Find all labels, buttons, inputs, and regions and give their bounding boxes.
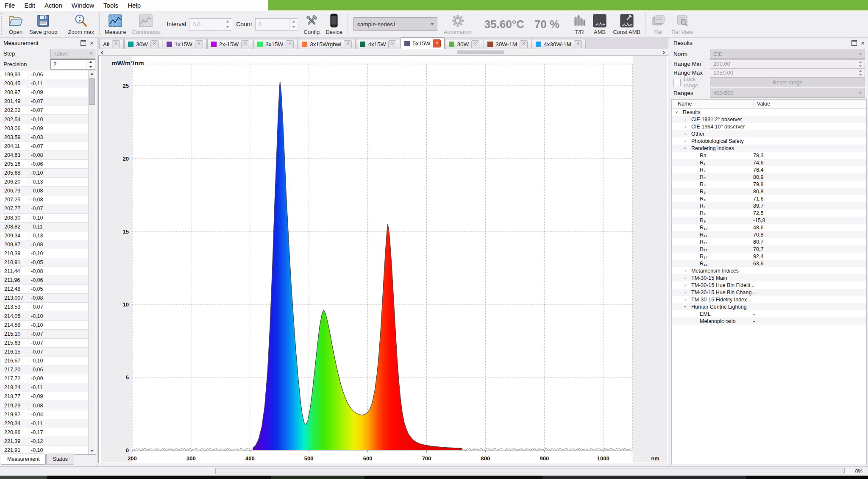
tree-row-metamerism-indices[interactable]: ›Metamerism Indices <box>672 267 866 274</box>
reset-range-button[interactable]: Reset range <box>710 77 865 87</box>
expand-icon[interactable]: › <box>683 289 688 295</box>
value-column-header[interactable]: Value <box>754 100 866 108</box>
tree-row-r-[interactable]: R₇89,7 <box>672 202 866 209</box>
tree-row-photobiological-safety[interactable]: ›Photobiological Safety <box>672 137 866 145</box>
tree-row-r-[interactable]: R₈72,5 <box>672 209 866 217</box>
svg-text:25: 25 <box>123 83 129 89</box>
tree-row-r-[interactable]: R₄79,8 <box>672 181 866 188</box>
tree-node-label: TM-30-15 Main <box>691 275 727 281</box>
tree-row-eml[interactable]: EML- <box>672 310 866 317</box>
collapse-icon[interactable]: › <box>682 146 689 151</box>
range-max-value: 1050,00 <box>710 70 733 76</box>
tree-node-label: Melanopic ratio <box>700 318 736 324</box>
lock-range-label: Lock range <box>684 76 710 89</box>
tree-node-value: 48,6 <box>753 225 763 231</box>
lock-range-checkbox[interactable] <box>673 79 681 86</box>
tree-node-label: CIE 1964 10° observer <box>691 124 745 130</box>
tree-node-value: 70,7 <box>753 246 763 252</box>
svg-text:700: 700 <box>422 455 431 462</box>
dataset-tab-5x15w[interactable]: 5x15W× <box>401 37 445 49</box>
svg-text:1000: 1000 <box>597 455 609 462</box>
norm-label: Norm <box>673 51 710 57</box>
tree-node-value: 63,6 <box>753 261 763 267</box>
tree-row-r-[interactable]: R₁74,6 <box>672 159 866 166</box>
norm-combobox[interactable]: CIE <box>710 49 865 59</box>
tree-node-value: 80,8 <box>753 189 763 195</box>
tree-node-label: R₆ <box>700 196 706 202</box>
tree-row-r-[interactable]: R₁₃70,7 <box>672 245 866 253</box>
name-column-header[interactable]: Name <box>672 100 754 108</box>
tree-node-label: EML <box>700 311 711 317</box>
range-min-value: 200,00 <box>710 61 730 67</box>
svg-text:800: 800 <box>481 455 490 462</box>
tree-row-human-centric-lighting[interactable]: ›Human Centric Lighting <box>672 303 866 310</box>
results-panel-title: Results <box>670 40 851 46</box>
tree-row-ra[interactable]: Ra78,3 <box>672 152 866 159</box>
expand-icon[interactable]: › <box>683 282 688 288</box>
tree-row-rendering-indices[interactable]: ›Rendering Indices <box>672 145 866 152</box>
tree-row-melanopic-ratio[interactable]: Melanopic ratio- <box>672 317 866 325</box>
ranges-label: Ranges <box>673 90 710 96</box>
tree-row-r-[interactable]: R₁₅63,6 <box>672 260 866 267</box>
results-panel: Results × Norm CIE Range Min 200,00 Rang… <box>670 38 868 466</box>
expand-icon[interactable]: › <box>683 138 688 144</box>
progress-bar <box>215 468 843 474</box>
tree-row-r-[interactable]: R₁₂60,7 <box>672 238 866 245</box>
tree-row-r-[interactable]: R₁₁70,8 <box>672 231 866 238</box>
tree-row-cie-1964-10-observer[interactable]: ›CIE 1964 10° observer <box>672 123 866 130</box>
tree-row-tm-30-15-fidelity-index-[interactable]: ›TM-30-15 Fidelity Index ... <box>672 296 866 303</box>
expand-icon[interactable]: › <box>683 275 688 281</box>
ranges-combobox[interactable]: 400-500 <box>710 88 865 98</box>
tree-node-value: - <box>753 311 755 317</box>
tree-node-value: 72,5 <box>753 210 763 216</box>
application-window: FileEditActionWindowToolsHelp Open Save … <box>0 0 868 479</box>
tree-node-label: R₁₀ <box>700 225 707 231</box>
svg-text:0: 0 <box>126 447 129 454</box>
tree-node-label: R₂ <box>700 167 706 173</box>
tree-node-label: Ra <box>700 153 707 159</box>
expand-icon[interactable]: › <box>683 296 688 303</box>
range-max-spinners[interactable] <box>856 69 865 77</box>
svg-text:mW/m²/nm: mW/m²/nm <box>111 59 144 67</box>
combobox-arrow-icon <box>856 53 865 55</box>
tree-row-r-[interactable]: R₉-15,8 <box>672 217 866 224</box>
series-color-swatch <box>404 41 410 46</box>
tree-row-cie-1931-2-observer[interactable]: ›CIE 1931 2° observer <box>672 116 866 123</box>
tree-row-tm-30-15-hue-bin-chang-[interactable]: ›TM-30-15 Hue Bin Chang... <box>672 289 866 296</box>
range-max-spinbox[interactable]: 1050,00 <box>710 68 865 78</box>
tree-node-value: 76,4 <box>753 167 763 173</box>
expand-icon[interactable]: › <box>683 267 688 274</box>
tree-node-label: Metamerism Indices <box>691 268 739 274</box>
range-min-spinbox[interactable]: 200,00 <box>710 59 865 69</box>
tab-close-icon[interactable]: × <box>433 39 441 47</box>
tree-row-other[interactable]: ›Other <box>672 130 866 137</box>
tree-node-label: Results <box>683 109 701 115</box>
ranges-row: Ranges 400-500 <box>670 87 868 98</box>
tree-node-value: 70,8 <box>753 232 763 238</box>
expand-icon[interactable]: › <box>683 131 688 137</box>
svg-text:5: 5 <box>126 374 129 381</box>
tree-row-r-[interactable]: R₁₀48,6 <box>672 224 866 231</box>
tree-row-r-[interactable]: R₂76,4 <box>672 166 866 173</box>
range-min-spinners[interactable] <box>856 60 865 68</box>
expand-icon[interactable]: › <box>683 123 688 130</box>
tree-node-label: R₁₁ <box>700 232 707 238</box>
expand-icon[interactable]: › <box>683 116 688 123</box>
tree-row-results[interactable]: ›Results <box>672 109 866 116</box>
tree-row-r-[interactable]: R₆71,6 <box>672 195 866 202</box>
tab-label: 5x15W <box>412 40 430 47</box>
collapse-icon[interactable]: › <box>674 110 680 115</box>
tree-row-tm-30-15-hue-bin-fidelit-[interactable]: ›TM-30-15 Hue Bin Fidelit... <box>672 281 866 289</box>
tree-node-value: 92,4 <box>753 253 763 259</box>
tree-row-r-[interactable]: R₁₄92,4 <box>672 253 866 260</box>
tree-node-value: -15,8 <box>753 217 765 223</box>
tree-row-r-[interactable]: R₅80,8 <box>672 188 866 195</box>
tree-node-label: R₁₃ <box>700 246 707 252</box>
range-min-row: Range Min 200,00 <box>670 59 868 68</box>
tree-row-r-[interactable]: R₃80,9 <box>672 173 866 181</box>
tree-row-tm-30-15-main[interactable]: ›TM-30-15 Main <box>672 274 866 281</box>
float-panel-icon[interactable] <box>851 40 857 46</box>
close-panel-icon[interactable]: × <box>861 40 865 46</box>
collapse-icon[interactable]: › <box>682 304 689 309</box>
spectrum-chart-panel[interactable]: 05101520252003004005006007008009001000nm… <box>98 55 668 463</box>
